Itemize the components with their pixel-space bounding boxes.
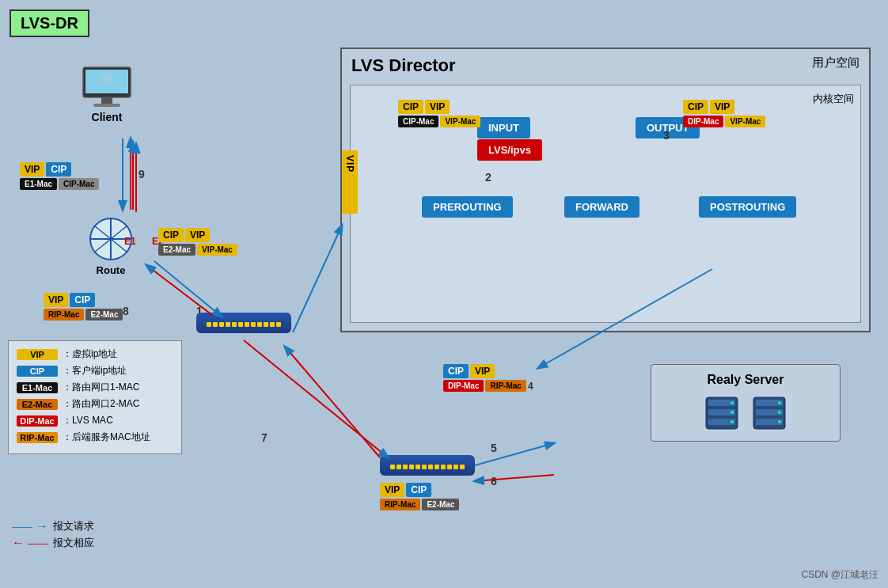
badge-dipmac-bc: DIP-Mac [443,380,484,392]
kernel-space-box: 内核空间 INPUT OUTPUT LVS/ipvs PREROUTING FO… [350,85,861,323]
step-5: 5 [491,442,497,454]
badge-cip-r1: CIP [158,228,184,242]
legend-text-e1mac: ：路由网口1-MAC [63,381,139,394]
svg-line-28 [293,226,342,332]
server-icons [659,393,832,433]
arrow-response-line: ←—— [12,536,48,550]
real-server-box: Realy Server [651,364,841,442]
badge-ripmac-br: RIP-Mac [380,499,420,510]
legend-badge-e2mac: E2-Mac [17,399,58,410]
svg-line-32 [475,475,554,481]
legend-box: VIP ：虚拟ip地址 CIP ：客户端ip地址 E1-Mac ：路由网口1-M… [8,340,182,454]
switch-1-container: Swap [196,313,291,324]
legend-text-dipmac: ：LVS MAC [63,414,113,427]
badge-vipmac-1: VIP-Mac [440,116,480,127]
svg-line-27 [154,261,222,317]
legend-e1mac: E1-Mac ：路由网口1-MAC [17,381,173,394]
e1-label: E1 [124,236,136,247]
badge-cip-r2: CIP [70,293,95,307]
badge-e2mac-br: E2-Mac [422,499,459,510]
badge-vip-br: VIP [380,483,404,497]
watermark: CSDN @江城老汪 [801,568,879,582]
switch-2 [380,455,475,476]
vip-vertical-director: VIP [342,150,358,214]
switch-2-container: Swap [380,455,475,466]
legend-text-e2mac: ：路由网口2-MAC [63,397,139,411]
pkt-group-input: CIP VIP CIP-Mac VIP-Mac [398,100,480,127]
pkt-client-top: VIP CIP E1-Mac CIP-Mac [20,162,99,190]
step-4: 4 [528,381,533,392]
badge-dipmac-1: DIP-Mac [683,116,723,127]
svg-point-15 [731,411,734,414]
badge-vip-r2: VIP [44,293,68,307]
legend-badge-vip: VIP [17,349,58,360]
step-8: 8 [123,305,129,317]
pkt-bottom-center: CIP VIP DIP-Mac RIP-Mac 4 [443,364,533,392]
server-icon-2 [749,393,789,433]
badge-vip-bc: VIP [470,364,495,378]
arrow-legend: ——→ 报文请求 ←—— 报文相应 [12,519,94,552]
pkt-group-post: CIP VIP DIP-Mac VIP-Mac [683,100,765,127]
svg-point-23 [778,420,781,423]
lvs-ipvs-node: LVS/ipvs [477,139,542,161]
legend-text-vip: ：虚拟ip地址 [63,347,117,361]
badge-cip-2: CIP [683,100,708,114]
server-icon-1 [702,393,742,433]
badge-ripmac-bc: RIP-Mac [485,380,526,392]
step-6: 6 [491,475,497,487]
legend-e2mac: E2-Mac ：路由网口2-MAC [17,397,173,411]
badge-vip-2: VIP [710,100,734,114]
legend-ripmac: RIP-Mac ：后端服务MAC地址 [17,431,173,444]
badge-e1mac-cl: E1-Mac [20,178,57,190]
svg-point-22 [778,411,781,414]
switch-2-ports [383,465,472,469]
svg-point-21 [778,401,781,404]
step-7: 7 [261,431,268,444]
step-2: 2 [485,171,491,184]
badge-e2mac-r1: E2-Mac [158,244,195,256]
badge-vipmac-2: VIP-Mac [725,116,765,127]
legend-text-cip: ：客户端ip地址 [63,364,127,377]
kernel-space-label: 内核空间 [813,92,854,106]
svg-point-14 [731,401,734,404]
router-label: Route [83,264,139,276]
arrow-request-line: ——→ [12,519,48,533]
lvs-director-title: LVS Director [351,55,456,76]
svg-point-4 [102,74,112,84]
arrow-response-label: 报文相应 [53,536,94,550]
real-server-title: Realy Server [659,373,832,387]
switch-1 [196,313,291,333]
svg-rect-2 [101,97,112,104]
legend-badge-ripmac: RIP-Mac [17,432,58,443]
badge-cipmac-cl: CIP-Mac [59,178,99,190]
arrow-response: ←—— 报文相应 [12,536,94,550]
step-9: 9 [139,168,145,180]
svg-point-16 [731,420,734,423]
badge-cip-bc: CIP [443,364,469,378]
badge-cipmac-1: CIP-Mac [398,116,438,127]
svg-line-33 [285,347,380,457]
legend-text-ripmac: ：后端服务MAC地址 [63,431,150,444]
postrouting-node: POSTROUTING [699,196,796,218]
badge-vip-cl: VIP [20,162,44,176]
svg-rect-3 [93,104,120,107]
legend-vip: VIP ：虚拟ip地址 [17,347,173,361]
switch-1-ports [199,322,288,327]
badge-cip-cl: CIP [46,162,71,176]
badge-vip-1: VIP [425,100,450,114]
client-area: Client [79,63,135,123]
pkt-router-e2: CIP VIP E2-Mac VIP-Mac [158,228,237,256]
badge-e2mac-r2: E2-Mac [85,309,123,321]
prerouting-node: PREROUTING [422,196,513,218]
arrow-request: ——→ 报文请求 [12,519,94,533]
title-badge: LVS-DR [9,9,89,37]
router-area: Route [83,218,139,276]
badge-cip-br: CIP [406,483,431,497]
badge-vip-r1: VIP [185,228,210,242]
client-label: Client [79,111,135,123]
step-3: 3 [663,129,670,142]
badge-ripmac-r2: RIP-Mac [44,309,84,321]
arrow-request-label: 报文请求 [53,519,94,533]
lvs-director-box: LVS Director 用户空间 内核空间 INPUT OUTPUT LVS/… [340,47,871,332]
legend-cip: CIP ：客户端ip地址 [17,364,173,377]
